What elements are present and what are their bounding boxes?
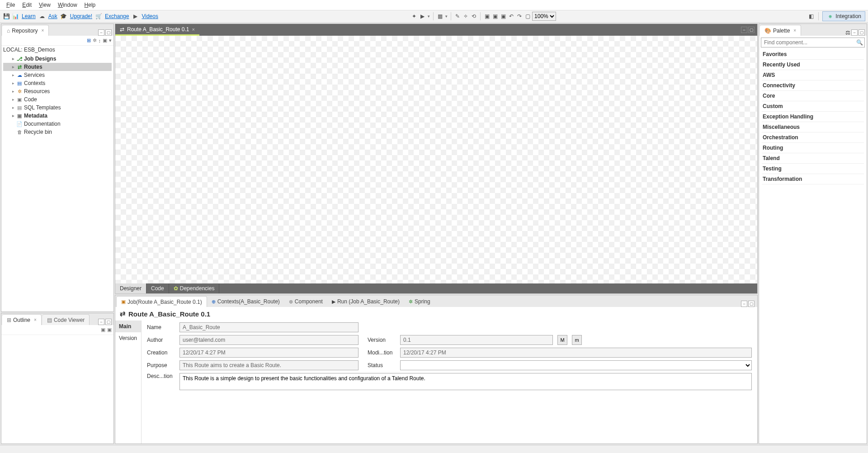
palette-filter-icon[interactable]: ⚖: [845, 29, 850, 36]
palette-category-talend[interactable]: Talend: [762, 153, 864, 164]
tool2-icon[interactable]: ▣: [491, 13, 499, 20]
dependencies-tab[interactable]: ✿ Dependencies: [169, 283, 220, 293]
palette-category-custom[interactable]: Custom: [762, 101, 864, 112]
maximize-icon[interactable]: ▢: [748, 301, 755, 307]
close-icon[interactable]: ×: [192, 27, 194, 32]
repo-item-services[interactable]: ▸☁Services: [3, 71, 112, 79]
repo-item-documentation[interactable]: 📄Documentation: [3, 120, 112, 128]
palette-category-aws[interactable]: AWS: [762, 70, 864, 80]
minimize-icon[interactable]: –: [741, 27, 747, 33]
menu-window[interactable]: Window: [54, 1, 81, 9]
minimize-icon[interactable]: –: [851, 29, 858, 36]
menu-edit[interactable]: Edit: [19, 1, 35, 9]
repo-item-resources[interactable]: ▸✲Resources: [3, 87, 112, 95]
palette-category-orchestration[interactable]: Orchestration: [762, 132, 864, 143]
expand-arrow-icon[interactable]: ▸: [10, 113, 16, 118]
maximize-icon[interactable]: ▢: [105, 29, 112, 36]
close-icon[interactable]: ×: [34, 317, 37, 322]
close-icon[interactable]: ×: [793, 28, 796, 33]
edit-icon[interactable]: ✎: [454, 13, 461, 20]
palette-category-connectivity[interactable]: Connectivity: [762, 80, 864, 91]
expand-arrow-icon[interactable]: ▸: [10, 97, 16, 102]
code-tab[interactable]: Code: [146, 283, 169, 293]
repo-tool-icon[interactable]: ▣: [103, 38, 107, 43]
expand-arrow-icon[interactable]: ▸: [10, 57, 16, 61]
sidetab-main[interactable]: Main: [115, 321, 141, 332]
zoom-select[interactable]: 100%: [532, 12, 556, 21]
box-icon[interactable]: ▢: [524, 13, 531, 20]
outline-tab[interactable]: ⊞ Outline ×: [2, 314, 42, 325]
refresh-icon[interactable]: ✲: [93, 38, 97, 43]
palette-category-testing[interactable]: Testing: [762, 164, 864, 174]
tab-component[interactable]: ⊗ Component: [284, 296, 327, 307]
save-icon[interactable]: 💾: [3, 13, 10, 20]
palette-category-recently-used[interactable]: Recently Used: [762, 60, 864, 70]
learn-link[interactable]: Learn: [21, 13, 37, 19]
palette-category-routing[interactable]: Routing: [762, 143, 864, 153]
outline-tool2-icon[interactable]: ▣: [107, 327, 112, 333]
palette-search-input[interactable]: [761, 38, 854, 47]
search-icon[interactable]: 🔍: [854, 38, 864, 47]
tab-run[interactable]: ▶ Run (Job A_Basic_Route): [327, 296, 404, 307]
sync-icon[interactable]: ⟲: [470, 13, 477, 20]
tab-job[interactable]: ▣ Job(Route A_Basic_Route 0.1): [116, 296, 207, 307]
palette-category-core[interactable]: Core: [762, 91, 864, 101]
tool3-icon[interactable]: ▣: [500, 13, 507, 20]
repo-item-sql-templates[interactable]: ▸▤SQL Templates: [3, 104, 112, 112]
tool1-icon[interactable]: ▣: [483, 13, 491, 20]
tab-contexts[interactable]: ⊕ Contexts(A_Basic_Route): [207, 296, 284, 307]
outline-tool1-icon[interactable]: ▣: [101, 327, 105, 333]
repo-item-contexts[interactable]: ▸▤Contexts: [3, 79, 112, 87]
sort-icon[interactable]: ↕: [99, 38, 101, 43]
minimize-icon[interactable]: –: [98, 29, 104, 36]
videos-link[interactable]: Videos: [141, 13, 159, 19]
expand-arrow-icon[interactable]: ▸: [10, 105, 16, 110]
repo-item-code[interactable]: ▸▣Code: [3, 95, 112, 104]
expand-arrow-icon[interactable]: ▸: [10, 81, 16, 85]
editor-tab[interactable]: ⇄ Route A_Basic_Route 0.1 ×: [115, 24, 199, 36]
maximize-icon[interactable]: ▢: [859, 29, 865, 36]
palette-category-favorites[interactable]: Favorites: [762, 49, 864, 60]
repo-item-job-designs[interactable]: ▸⎇Job Designs: [3, 55, 112, 63]
expand-arrow-icon[interactable]: ▸: [10, 73, 16, 77]
maximize-icon[interactable]: ▢: [748, 27, 755, 33]
persp-toggle-icon[interactable]: ◧: [807, 13, 815, 20]
menu-view[interactable]: View: [35, 1, 54, 9]
palette-tab[interactable]: 🎨 Palette ×: [760, 25, 801, 36]
description-field[interactable]: [179, 373, 752, 390]
repo-item-recycle-bin[interactable]: 🗑Recycle bin: [3, 128, 112, 136]
code-viewer-tab[interactable]: ▤ Code Viewer: [42, 314, 90, 325]
version-major-button[interactable]: M: [557, 335, 567, 345]
designer-tab[interactable]: Designer: [115, 283, 146, 293]
repository-tab[interactable]: ⌂ Repository ×: [2, 25, 49, 36]
upgrade-link[interactable]: Upgrade!: [69, 13, 93, 19]
tab-spring[interactable]: ✲ Spring: [404, 296, 435, 307]
exchange-link[interactable]: Exchange: [104, 13, 130, 19]
expand-arrow-icon[interactable]: ▸: [10, 65, 16, 69]
repo-item-routes[interactable]: ▸⇄Routes: [3, 63, 112, 71]
minimize-icon[interactable]: –: [98, 319, 104, 325]
status-select[interactable]: [400, 360, 752, 370]
redo-icon[interactable]: ↷: [516, 13, 523, 20]
palette-category-miscellaneous[interactable]: Miscellaneous: [762, 122, 864, 132]
run-icon[interactable]: ▶: [419, 13, 426, 20]
menu-help[interactable]: Help: [81, 1, 99, 9]
undo-icon[interactable]: ↶: [508, 13, 515, 20]
wand-icon[interactable]: ✧: [462, 13, 469, 20]
expand-arrow-icon[interactable]: ▸: [10, 89, 16, 94]
menu-chevron-icon[interactable]: ▾: [109, 38, 112, 43]
version-minor-button[interactable]: m: [572, 335, 582, 345]
grid-icon[interactable]: ▦: [436, 13, 443, 20]
repo-item-metadata[interactable]: ▸▣Metadata: [3, 112, 112, 120]
designer-canvas[interactable]: [115, 36, 757, 283]
filter-icon[interactable]: ⊞: [87, 38, 91, 43]
sidetab-version[interactable]: Version: [115, 332, 141, 344]
close-icon[interactable]: ×: [42, 28, 44, 33]
maximize-icon[interactable]: ▢: [105, 319, 112, 325]
new-icon[interactable]: ✦: [410, 13, 418, 20]
perspective-integration[interactable]: ⎈ Integration: [822, 11, 865, 21]
minimize-icon[interactable]: –: [741, 301, 747, 307]
palette-category-transformation[interactable]: Transformation: [762, 174, 864, 184]
menu-file[interactable]: File: [3, 1, 19, 9]
palette-category-exception-handling[interactable]: Exception Handling: [762, 112, 864, 122]
